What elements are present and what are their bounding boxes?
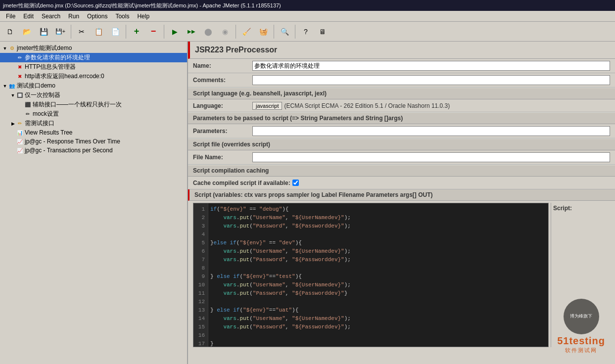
tree-node-7[interactable]: ⬛ 辅助接口——一个线程只执行一次 xyxy=(0,100,187,109)
menu-search[interactable]: Search xyxy=(38,12,64,21)
code-line-16 xyxy=(210,331,546,340)
tree-node-3[interactable]: ✖ HTTP信息头管理器 xyxy=(0,62,187,72)
code-line-11: vars.put("Password", "${Passworddev}"} xyxy=(210,289,546,298)
toolbar-copy-btn[interactable]: 📋 xyxy=(91,24,106,40)
line-num-2: 2 xyxy=(196,214,205,222)
tree-node-1[interactable]: ▼ ⚙ jmeter性能测试demo xyxy=(0,44,187,53)
line-num-16: 16 xyxy=(196,331,205,340)
toolbar-shutdown-btn[interactable]: ◉ xyxy=(217,24,233,40)
tree-node-10[interactable]: 📊 View Results Tree xyxy=(0,128,187,137)
script-file-section-header: Script file (overrides script) xyxy=(188,138,615,150)
tree-label-2: 参数化请求前的环境处理 xyxy=(25,53,90,62)
parameters-input[interactable] xyxy=(252,126,610,136)
code-line-12 xyxy=(210,298,546,306)
watermark-sub-text: 软件测试网 xyxy=(557,347,605,354)
line-num-7: 7 xyxy=(196,256,205,264)
filename-row: File Name: xyxy=(188,150,615,165)
toolbar-open-btn[interactable]: 📂 xyxy=(19,24,35,40)
left-panel: ▼ ⚙ jmeter性能测试demo ✏ 参数化请求前的环境处理 ✖ HTTP信… xyxy=(0,42,188,364)
tree-label-8: mock设置 xyxy=(33,110,59,118)
tree-node-11[interactable]: 📈 jp@gc - Response Times Over Time xyxy=(0,137,187,146)
tree-label-4: http请求应返回head.errcode:0 xyxy=(25,72,104,81)
script-lang-section-header: Script language (e.g. beanshell, javascr… xyxy=(188,88,615,99)
tree-node-9[interactable]: ▶ ✏ 需测试接口 xyxy=(0,119,187,128)
code-line-2: vars.put("UserName", "${UserNamedev}"); xyxy=(210,214,546,222)
code-line-8 xyxy=(210,264,546,273)
title-text: jmeter性能测试demo.jmx (D:\Sources.git\zzq\性… xyxy=(3,2,281,9)
toolbar-add-btn[interactable]: + xyxy=(129,24,144,40)
expand-arrow-6[interactable]: ▼ xyxy=(10,93,16,98)
code-line-6: vars.put("UserName", "${UserNamedev}"); xyxy=(210,247,546,256)
line-num-5: 5 xyxy=(196,239,205,247)
line-num-13: 13 xyxy=(196,306,205,315)
toolbar-cut-btn[interactable]: ✂ xyxy=(74,24,90,40)
line-num-10: 10 xyxy=(196,281,205,289)
expand-arrow-9[interactable]: ▶ xyxy=(10,121,16,126)
line-num-3: 3 xyxy=(196,222,205,230)
toolbar-save-btn[interactable]: 💾 xyxy=(36,24,51,40)
script-section-header: Script (variables: ctx vars props sample… xyxy=(188,189,615,201)
cache-checkbox[interactable] xyxy=(292,180,299,186)
tree-label-10: View Results Tree xyxy=(25,129,73,136)
watermark-circle-text: 博为峰旗下 xyxy=(570,314,592,319)
toolbar-clear-all-btn[interactable]: 🧺 xyxy=(255,24,271,40)
toolbar-start-no-pause-btn[interactable]: ▶▶ xyxy=(184,24,199,40)
line-num-14: 14 xyxy=(196,315,205,323)
toolbar-sep-2 xyxy=(126,25,126,39)
toolbar-saveall-btn[interactable]: 💾+ xyxy=(52,24,68,40)
toolbar-search-btn[interactable]: 🔍 xyxy=(277,24,292,40)
cache-section-header: Script compilation caching xyxy=(188,165,615,177)
expand-arrow-5[interactable]: ▼ xyxy=(2,84,8,89)
form-area: Name: Comments: Script language (e.g. be… xyxy=(188,59,615,364)
name-input[interactable] xyxy=(252,61,610,71)
toolbar-clear-btn[interactable]: 🧹 xyxy=(238,24,254,40)
group-icon: 👥 xyxy=(8,82,16,90)
language-desc: (ECMA Script ECMA - 262 Edition 5.1 / Or… xyxy=(284,102,610,109)
tree-label-1: jmeter性能测试demo xyxy=(17,44,72,52)
comments-input[interactable] xyxy=(252,75,610,85)
menu-help[interactable]: Help xyxy=(133,12,153,21)
line-num-12: 12 xyxy=(196,298,205,306)
line-num-9: 9 xyxy=(196,273,205,281)
watermark-circle: 博为峰旗下 xyxy=(564,299,599,334)
expand-arrow-1[interactable]: ▼ xyxy=(2,46,8,51)
tree-node-8[interactable]: ✏ mock设置 xyxy=(0,109,187,119)
name-label: Name: xyxy=(193,62,252,69)
component-title: JSR223 PreProcessor xyxy=(195,46,277,54)
toolbar-sep-3 xyxy=(164,25,164,39)
toolbar-remove-btn[interactable]: − xyxy=(145,24,161,40)
menu-file[interactable]: File xyxy=(2,12,19,21)
tree-node-4[interactable]: ✖ http请求应返回head.errcode:0 xyxy=(0,72,187,81)
script-editor[interactable]: if("${env}" == "debug"){ vars.put("UserN… xyxy=(208,203,548,347)
response-times-icon: 📈 xyxy=(16,137,24,145)
plan-icon: ⚙ xyxy=(8,45,16,52)
parameters-label: Parameters: xyxy=(193,128,252,135)
filename-input[interactable] xyxy=(252,152,610,162)
line-num-4: 4 xyxy=(196,230,205,239)
tree-label-12: jp@gc - Transactions per Second xyxy=(25,147,113,154)
menu-options[interactable]: Options xyxy=(83,12,111,21)
testinterface-icon: ✏ xyxy=(16,120,24,128)
code-line-9: } else if("${env}"=="test"){ xyxy=(210,273,546,281)
menu-tools[interactable]: Tools xyxy=(111,12,133,21)
code-line-17: } xyxy=(210,340,546,347)
toolbar-remote-btn[interactable]: 🖥 xyxy=(315,24,331,40)
tree-node-12[interactable]: 📈 jp@gc - Transactions per Second xyxy=(0,146,187,155)
toolbar-stop-btn[interactable]: ⬤ xyxy=(200,24,216,40)
code-line-14: vars.put("UserName", "${UserNamedev}"); xyxy=(210,315,546,323)
toolbar-start-btn[interactable]: ▶ xyxy=(167,24,183,40)
controller-icon: 🔲 xyxy=(16,91,24,99)
tree-node-2[interactable]: ✏ 参数化请求前的环境处理 xyxy=(0,53,187,62)
right-panel: JSR223 PreProcessor Name: Comments: Scri… xyxy=(188,42,615,364)
tree-node-5[interactable]: ▼ 👥 测试接口demo xyxy=(0,81,187,91)
params-section-header: Parameters to be passed to script (=> St… xyxy=(188,112,615,124)
tree-node-6[interactable]: ▼ 🔲 仅一次控制器 xyxy=(0,91,187,100)
language-label: Language: xyxy=(193,102,252,109)
cache-row: Cache compiled script if available: xyxy=(188,177,615,189)
toolbar-help-btn[interactable]: ? xyxy=(298,24,314,40)
toolbar-new-btn[interactable]: 🗋 xyxy=(2,24,18,40)
menu-edit[interactable]: Edit xyxy=(19,12,38,21)
menu-run[interactable]: Run xyxy=(64,12,83,21)
code-line-3: vars.put("Password", "${Passworddev}"); xyxy=(210,222,546,230)
toolbar-paste-btn[interactable]: 📄 xyxy=(107,24,123,40)
